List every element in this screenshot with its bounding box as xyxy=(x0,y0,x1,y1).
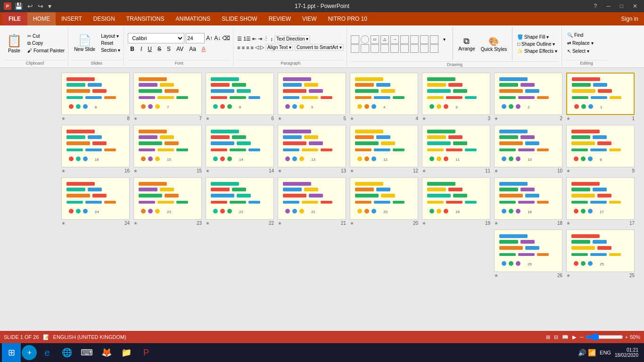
shape-effects-btn[interactable]: ✨ Shape Effects ▾ xyxy=(516,48,559,54)
shape15-btn[interactable] xyxy=(390,44,399,53)
tab-slideshow[interactable]: SLIDE SHOW xyxy=(216,12,263,25)
slide-thumbnail[interactable]: 16 xyxy=(61,125,130,167)
shadow-btn[interactable]: S xyxy=(165,45,173,53)
slide-item[interactable]: 3 ★3 xyxy=(422,73,490,121)
decrease-indent-btn[interactable]: ⇤ xyxy=(252,36,256,42)
arrange-btn[interactable]: ⧉ Arrange xyxy=(456,34,477,53)
shape17-btn[interactable] xyxy=(410,44,419,53)
paste-button[interactable]: 📋 Paste xyxy=(4,32,25,55)
slide-item[interactable]: 1 ★1 xyxy=(566,73,635,121)
slide-item[interactable]: 18 ★18 xyxy=(494,177,562,226)
columns-btn[interactable]: ⋮ xyxy=(264,36,269,42)
slide-thumbnail[interactable]: 25 xyxy=(566,230,635,272)
taskbar-telegram[interactable]: ✈ xyxy=(22,345,37,360)
shape14-btn[interactable] xyxy=(380,44,389,53)
tab-transitions[interactable]: TRANSITIONS xyxy=(121,12,170,25)
slide-thumbnail[interactable]: 23 xyxy=(133,177,202,220)
copy-button[interactable]: ⧉ Copy xyxy=(26,40,66,47)
change-case-btn[interactable]: Aa xyxy=(187,45,198,53)
shape19-btn[interactable] xyxy=(430,44,438,53)
customize-qat-btn[interactable]: ▾ xyxy=(47,2,53,10)
zoom-in-icon[interactable]: + xyxy=(625,334,628,340)
align-center-btn[interactable]: ≡ xyxy=(242,45,245,50)
bullets-btn[interactable]: ☰ xyxy=(237,36,242,42)
convert-smartart-btn[interactable]: Convert to SmartArt ▾ xyxy=(295,44,344,51)
slide-item[interactable]: 8 ★8 xyxy=(61,73,130,121)
triangle-btn[interactable]: △ xyxy=(380,35,389,44)
new-slide-button[interactable]: 📄 New Slide xyxy=(71,33,98,54)
align-right-btn[interactable]: ≡ xyxy=(246,45,249,50)
shape7-btn[interactable] xyxy=(410,35,419,44)
decrease-font-btn[interactable]: A↓ xyxy=(214,35,221,41)
clear-format-btn[interactable]: ⌫ xyxy=(222,35,230,41)
slide-item[interactable]: 2 ★2 xyxy=(494,73,562,121)
slide-thumbnail[interactable]: 9 xyxy=(566,125,635,167)
shape13-btn[interactable] xyxy=(371,44,379,53)
layout-button[interactable]: Layout ▾ xyxy=(99,33,122,39)
slide-item[interactable]: 20 ★20 xyxy=(350,177,418,226)
slide-item[interactable]: 21 ★21 xyxy=(278,177,346,226)
align-left-btn[interactable]: ≡ xyxy=(237,45,240,50)
shape9-btn[interactable] xyxy=(430,35,438,44)
slide-thumbnail[interactable]: 6 xyxy=(206,73,274,115)
slide-thumbnail[interactable]: 22 xyxy=(206,177,274,220)
slide-thumbnail[interactable]: 1 xyxy=(566,73,635,115)
shape16-btn[interactable] xyxy=(400,44,409,53)
slide-thumbnail[interactable]: 18 xyxy=(494,177,562,220)
slide-thumbnail[interactable]: 26 xyxy=(494,230,562,272)
tab-animations[interactable]: ANIMATIONS xyxy=(170,12,216,25)
slide-thumbnail[interactable]: 14 xyxy=(206,125,274,167)
close-btn[interactable]: ✕ xyxy=(630,3,640,9)
notes-icon[interactable]: 📝 xyxy=(43,334,50,340)
shape6-btn[interactable] xyxy=(400,35,409,44)
underline-btn[interactable]: U xyxy=(146,45,154,53)
minimize-btn[interactable]: ─ xyxy=(603,3,613,9)
slideshow-btn[interactable]: ▶ xyxy=(572,334,576,340)
slide-thumbnail[interactable]: 19 xyxy=(422,177,490,220)
slide-thumbnail[interactable]: 3 xyxy=(422,73,490,115)
shape-outline-btn[interactable]: □ Shape Outline ▾ xyxy=(516,41,559,47)
increase-font-btn[interactable]: A↑ xyxy=(206,35,213,41)
slide-thumbnail[interactable]: 2 xyxy=(494,73,562,115)
numbering-btn[interactable]: 1☰ xyxy=(243,36,251,42)
maximize-btn[interactable]: □ xyxy=(617,3,626,9)
clipboard-group-label[interactable]: Clipboard xyxy=(4,60,66,66)
slide-item[interactable]: 19 ★19 xyxy=(422,177,490,226)
shape8-btn[interactable] xyxy=(420,35,429,44)
rect-shape-btn[interactable] xyxy=(351,35,359,44)
taskbar-keyboard[interactable]: ⌨ xyxy=(77,343,96,362)
quick-styles-btn[interactable]: 🎨 Quick Styles xyxy=(479,34,509,54)
slide-item[interactable]: 4 ★4 xyxy=(350,73,418,121)
text-direction-btn[interactable]: Text Direction ▾ xyxy=(274,35,310,42)
slide-item[interactable]: 17 ★17 xyxy=(566,177,635,226)
slide-item[interactable]: 16 ★16 xyxy=(61,125,130,173)
format-painter-button[interactable]: 🖌 Format Painter xyxy=(26,48,66,54)
slide-thumbnail[interactable]: 10 xyxy=(494,125,562,167)
sign-in-btn[interactable]: Sign in xyxy=(621,16,644,22)
shape-fill-btn[interactable]: 🪣 Shape Fill ▾ xyxy=(516,34,559,40)
taskbar-powerpoint[interactable]: P xyxy=(137,343,156,362)
drawing-group-label[interactable]: Drawing xyxy=(351,61,559,67)
find-btn[interactable]: 🔍 Find xyxy=(566,32,607,38)
tab-design[interactable]: DESIGN xyxy=(88,12,121,25)
slide-item[interactable]: 12 ★12 xyxy=(350,125,418,173)
rtl-btn[interactable]: ◁ xyxy=(255,44,259,50)
italic-btn[interactable]: I xyxy=(139,45,144,53)
slide-thumbnail[interactable]: 4 xyxy=(350,73,418,115)
slide-thumbnail[interactable]: 13 xyxy=(278,125,346,167)
shapes-more-btn[interactable]: ▭ xyxy=(371,35,379,44)
shape12-btn[interactable] xyxy=(361,44,369,53)
slide-item[interactable]: 10 ★10 xyxy=(494,125,562,173)
slide-item[interactable]: 23 ★23 xyxy=(133,177,202,226)
justify-btn[interactable]: ≡ xyxy=(251,45,254,50)
tab-file[interactable]: FILE xyxy=(2,12,27,25)
shape11-btn[interactable] xyxy=(351,44,359,53)
zoom-slider-input[interactable] xyxy=(586,333,623,341)
shape18-btn[interactable] xyxy=(420,44,429,53)
slide-sorter-btn[interactable]: ⊟ xyxy=(554,334,558,340)
slide-item[interactable]: 6 ★6 xyxy=(206,73,274,121)
zoom-control[interactable]: ─ + 50% xyxy=(580,333,640,341)
shapes-expand-btn[interactable]: ▾ xyxy=(440,35,448,44)
taskbar-browser[interactable]: 🌐 xyxy=(58,343,76,362)
slide-thumbnail[interactable]: 24 xyxy=(61,177,130,220)
